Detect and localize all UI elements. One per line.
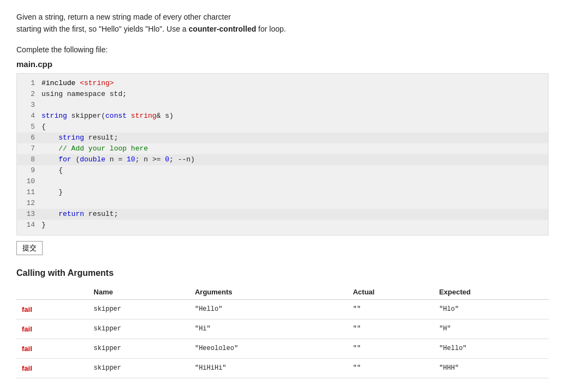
test-name: skipper [88, 358, 189, 378]
code-line: 5{ [17, 122, 548, 132]
test-expected: "H" [433, 319, 549, 339]
code-line: 9 { [17, 165, 548, 176]
line-number: 5 [17, 122, 41, 132]
description-block: Given a string, return a new string made… [16, 11, 549, 35]
line-content: using namespace std; [41, 89, 548, 100]
test-args: "HiHiHi" [189, 358, 348, 378]
line-number: 12 [17, 198, 41, 209]
table-row: failskipper"Hello""""Hlo" [16, 299, 549, 319]
line-content: for (double n = 10; n >= 0; --n) [41, 154, 548, 165]
calling-section-title: Calling with Arguments [16, 268, 549, 278]
code-line: 8 for (double n = 10; n >= 0; --n) [17, 154, 548, 165]
line-number: 8 [17, 154, 41, 165]
line-number: 9 [17, 165, 41, 176]
table-row: failskipper"Hi""""H" [16, 319, 549, 339]
file-title: main.cpp [16, 59, 549, 69]
test-args: "Heeololeo" [189, 339, 348, 358]
line-content: return result; [41, 209, 548, 220]
test-name: skipper [88, 319, 189, 339]
code-line: 6 string result; [17, 132, 548, 143]
table-header-row: Name Arguments Actual Expected [16, 285, 549, 300]
code-line: 12 [17, 198, 548, 209]
description-line2: starting with the first, so "Hello" yiel… [16, 23, 549, 35]
code-line: 3 [17, 100, 548, 111]
test-status: fail [16, 299, 88, 319]
submit-button[interactable]: 提交 [16, 241, 43, 255]
col-header-status [16, 285, 88, 300]
test-actual: "" [347, 358, 433, 378]
code-line: 11 } [17, 187, 548, 198]
test-expected: "Hlo" [433, 299, 549, 319]
line-number: 3 [17, 100, 41, 111]
line-content: #include <string> [41, 78, 548, 89]
complete-label: Complete the following file: [16, 45, 549, 54]
description-line1: Given a string, return a new string made… [16, 11, 549, 23]
line-content: string result; [41, 132, 548, 143]
code-line: 7 // Add your loop here [17, 143, 548, 154]
code-block: 1#include <string>2using namespace std;3… [16, 73, 549, 236]
line-content: string skipper(const string& s) [41, 111, 548, 122]
test-expected: "HHH" [433, 358, 549, 378]
code-line: 14} [17, 220, 548, 231]
col-header-arguments: Arguments [189, 285, 348, 300]
code-line: 1#include <string> [17, 78, 548, 89]
line-number: 10 [17, 176, 41, 187]
line-number: 11 [17, 187, 41, 198]
line-number: 14 [17, 220, 41, 231]
test-args: "Hello" [189, 299, 348, 319]
code-line: 13 return result; [17, 209, 548, 220]
col-header-actual: Actual [347, 285, 433, 300]
test-status: fail [16, 339, 88, 358]
line-number: 4 [17, 111, 41, 122]
test-status: fail [16, 319, 88, 339]
line-number: 6 [17, 132, 41, 143]
col-header-name: Name [88, 285, 189, 300]
line-content: // Add your loop here [41, 143, 548, 154]
line-number: 7 [17, 143, 41, 154]
line-number: 13 [17, 209, 41, 220]
test-actual: "" [347, 339, 433, 358]
table-row: failskipper"Heeololeo""""Hello" [16, 339, 549, 358]
test-expected: "Hello" [433, 339, 549, 358]
line-content: { [41, 122, 548, 132]
test-name: skipper [88, 339, 189, 358]
test-name: skipper [88, 299, 189, 319]
line-content: } [41, 220, 548, 231]
line-number: 1 [17, 78, 41, 89]
test-args: "Hi" [189, 319, 348, 339]
test-status: fail [16, 358, 88, 378]
test-actual: "" [347, 299, 433, 319]
col-header-expected: Expected [433, 285, 549, 300]
test-actual: "" [347, 319, 433, 339]
code-line: 10 [17, 176, 548, 187]
line-content: { [41, 165, 548, 176]
line-number: 2 [17, 89, 41, 100]
code-line: 2using namespace std; [17, 89, 548, 100]
line-content: } [41, 187, 548, 198]
code-line: 4string skipper(const string& s) [17, 111, 548, 122]
table-row: failskipper"HiHiHi""""HHH" [16, 358, 549, 378]
test-table: Name Arguments Actual Expected failskipp… [16, 285, 549, 378]
